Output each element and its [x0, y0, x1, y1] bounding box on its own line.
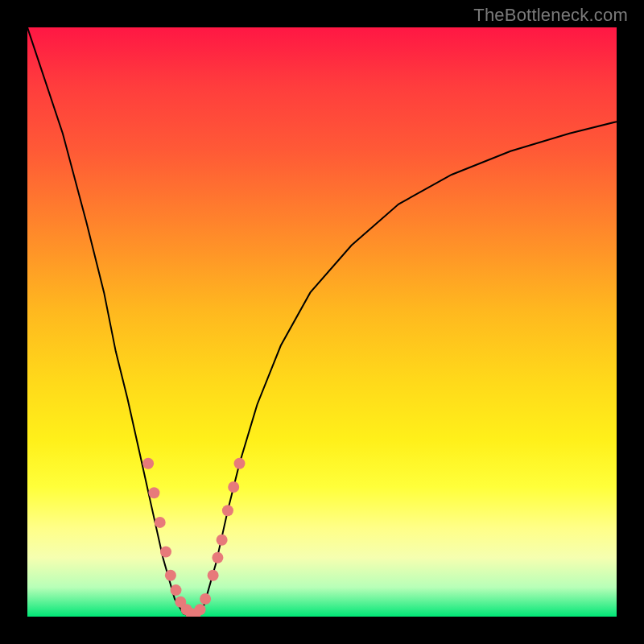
marker-dot — [155, 517, 166, 528]
attribution-text: TheBottleneck.com — [473, 5, 628, 26]
marker-dot — [200, 593, 211, 605]
chart-frame: TheBottleneck.com — [0, 0, 644, 644]
marker-dot — [160, 547, 171, 558]
marker-dot — [208, 570, 219, 581]
marker-dot — [142, 458, 154, 469]
curve-left-curve — [27, 27, 192, 617]
curve-layer — [27, 27, 617, 617]
marker-dot — [228, 481, 239, 493]
plot-area — [27, 27, 617, 617]
marker-dot — [171, 584, 182, 596]
marker-dot — [148, 487, 159, 498]
marker-dot — [217, 535, 228, 546]
marker-dot — [234, 458, 246, 469]
marker-dot — [195, 604, 206, 615]
marker-dot — [222, 505, 233, 516]
marker-dot — [165, 570, 176, 581]
curve-right-curve — [192, 122, 617, 617]
marker-dot — [212, 552, 223, 564]
